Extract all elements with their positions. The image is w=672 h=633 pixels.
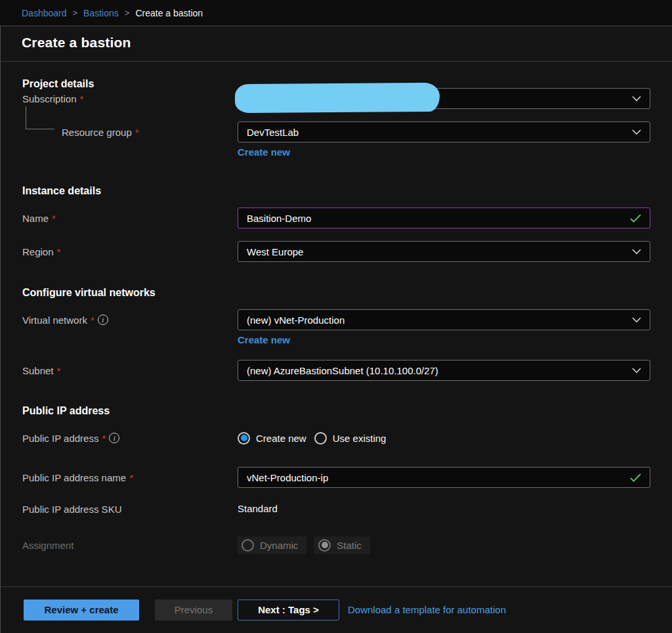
resource-group-dropdown[interactable]: DevTestLab — [238, 121, 650, 142]
resource-group-row: Resource group * DevTestLab — [22, 121, 650, 142]
name-input[interactable] — [247, 213, 630, 224]
required-asterisk: * — [135, 127, 139, 138]
radio-selected-icon — [318, 539, 331, 552]
section-heading-project-details: Project details — [22, 62, 650, 78]
download-template-link[interactable]: Download a template for automation — [348, 604, 506, 615]
chevron-down-icon — [632, 368, 641, 374]
public-ip-name-input[interactable] — [247, 472, 630, 483]
required-asterisk: * — [91, 315, 94, 326]
name-row: Name * — [22, 207, 650, 229]
breadcrumb-separator: > — [73, 8, 78, 18]
create-bastion-panel: Create a bastion Project details Subscri… — [0, 26, 672, 633]
public-ip-address-label: Public IP address * i — [22, 433, 238, 444]
subnet-row: Subnet * (new) AzureBastionSubnet (10.10… — [22, 360, 650, 381]
radio-unselected-icon — [314, 432, 327, 445]
radio-selected-icon — [238, 432, 250, 445]
title-block: Create a bastion — [1, 26, 672, 62]
subscription-label: Subscription * — [22, 93, 238, 104]
tree-connector — [26, 106, 54, 129]
section-heading-virtual-networks: Configure virtual networks — [22, 287, 650, 300]
assignment-row: Assignment Dynamic Static — [22, 535, 650, 555]
virtual-network-create-new-link[interactable]: Create new — [238, 334, 290, 345]
chevron-down-icon — [632, 96, 641, 102]
review-create-button[interactable]: Review + create — [24, 600, 139, 621]
valid-check-icon — [630, 214, 641, 223]
next-tags-button[interactable]: Next : Tags > — [238, 600, 339, 621]
breadcrumb-bastions[interactable]: Bastions — [83, 8, 119, 18]
public-ip-name-label: Public IP address name * — [22, 472, 238, 483]
virtual-network-row: Virtual network * i (new) vNet-Productio… — [22, 309, 650, 330]
resource-group-value: DevTestLab — [247, 127, 299, 138]
chevron-down-icon — [632, 129, 641, 135]
required-asterisk: * — [129, 472, 133, 483]
radio-unselected-icon — [242, 539, 254, 552]
region-dropdown[interactable]: West Europe — [238, 241, 650, 262]
virtual-network-dropdown[interactable]: (new) vNet-Production — [238, 309, 650, 330]
radio-create-new[interactable]: Create new — [238, 432, 306, 445]
virtual-network-label: Virtual network * i — [22, 315, 238, 326]
chevron-down-icon — [632, 317, 641, 323]
name-input-wrapper — [238, 207, 650, 229]
previous-button: Previous — [155, 600, 232, 621]
required-asterisk: * — [102, 433, 106, 444]
valid-check-icon — [630, 473, 641, 482]
public-ip-sku-row: Public IP address SKU Standard — [22, 502, 650, 515]
info-icon[interactable]: i — [98, 315, 108, 325]
subnet-label: Subnet * — [22, 365, 238, 376]
required-asterisk: * — [57, 365, 61, 376]
breadcrumb-dashboard[interactable]: Dashboard — [22, 8, 67, 18]
breadcrumb-current: Create a bastion — [135, 8, 203, 18]
region-label: Region * — [22, 246, 238, 257]
subnet-value: (new) AzureBastionSubnet (10.10.100.0/27… — [247, 365, 438, 376]
name-label: Name * — [22, 213, 238, 224]
public-ip-sku-label: Public IP address SKU — [22, 504, 238, 515]
radio-dynamic-disabled: Dynamic — [238, 536, 306, 554]
region-value: West Europe — [247, 246, 303, 257]
footer-action-bar: Review + create Previous Next : Tags > D… — [1, 587, 672, 632]
radio-static-disabled: Static — [314, 536, 370, 554]
section-heading-instance-details: Instance details — [22, 185, 650, 198]
page-title: Create a bastion — [22, 35, 672, 51]
required-asterisk: * — [52, 213, 56, 224]
section-heading-public-ip: Public IP address — [22, 405, 650, 418]
assignment-label: Assignment — [22, 540, 238, 551]
resource-group-label: Resource group * — [22, 127, 238, 138]
public-ip-name-input-wrapper — [238, 467, 650, 488]
region-row: Region * West Europe — [22, 241, 650, 262]
public-ip-address-row: Public IP address * i Create new Use exi… — [22, 427, 650, 448]
breadcrumb-separator: > — [125, 8, 130, 18]
required-asterisk: * — [57, 246, 61, 257]
required-asterisk: * — [80, 93, 84, 104]
public-ip-name-row: Public IP address name * — [22, 467, 650, 488]
chevron-down-icon — [632, 249, 641, 255]
redaction-scribble — [235, 83, 440, 113]
info-icon[interactable]: i — [109, 433, 119, 443]
resource-group-create-new-link[interactable]: Create new — [238, 146, 290, 158]
subscription-row: Subscription * — [22, 88, 650, 109]
virtual-network-value: (new) vNet-Production — [247, 315, 345, 326]
public-ip-sku-value: Standard — [238, 503, 278, 514]
breadcrumb: Dashboard > Bastions > Create a bastion — [0, 0, 672, 26]
radio-use-existing[interactable]: Use existing — [314, 432, 387, 445]
form-content: Project details Subscription * Resource … — [1, 62, 672, 587]
subnet-dropdown[interactable]: (new) AzureBastionSubnet (10.10.100.0/27… — [238, 360, 650, 381]
